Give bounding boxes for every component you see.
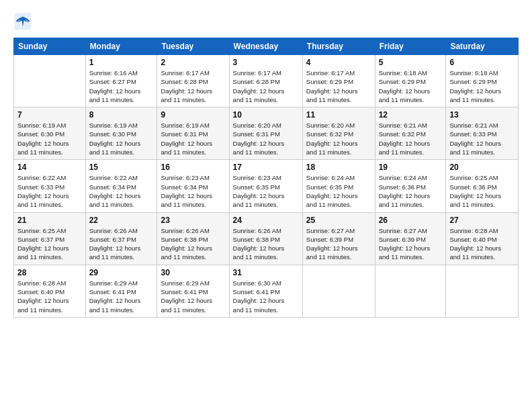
calendar-cell: 13Sunrise: 6:21 AM Sunset: 6:33 PM Dayli…: [446, 107, 519, 160]
week-row-3: 14Sunrise: 6:22 AM Sunset: 6:33 PM Dayli…: [14, 160, 519, 212]
day-number: 14: [17, 163, 82, 172]
calendar-cell: 5Sunrise: 6:18 AM Sunset: 6:29 PM Daylig…: [375, 55, 446, 107]
day-info: Sunrise: 6:18 AM Sunset: 6:29 PM Dayligh…: [449, 68, 515, 104]
header: [13, 12, 519, 31]
day-info: Sunrise: 6:17 AM Sunset: 6:28 PM Dayligh…: [161, 68, 225, 104]
day-info: Sunrise: 6:23 AM Sunset: 6:34 PM Dayligh…: [161, 173, 225, 209]
day-number: 18: [306, 163, 371, 172]
day-number: 1: [89, 58, 154, 67]
week-row-4: 21Sunrise: 6:25 AM Sunset: 6:37 PM Dayli…: [14, 212, 519, 265]
calendar-cell: 17Sunrise: 6:23 AM Sunset: 6:35 PM Dayli…: [229, 160, 302, 212]
calendar-cell: 9Sunrise: 6:19 AM Sunset: 6:31 PM Daylig…: [157, 107, 229, 160]
calendar-cell: 31Sunrise: 6:30 AM Sunset: 6:41 PM Dayli…: [229, 265, 302, 317]
day-number: 17: [233, 163, 299, 172]
calendar-cell: 7Sunrise: 6:19 AM Sunset: 6:30 PM Daylig…: [14, 107, 86, 160]
day-number: 6: [449, 58, 515, 67]
day-info: Sunrise: 6:22 AM Sunset: 6:34 PM Dayligh…: [89, 173, 154, 209]
calendar-cell: [302, 265, 375, 317]
day-number: 2: [161, 58, 225, 67]
day-info: Sunrise: 6:27 AM Sunset: 6:39 PM Dayligh…: [379, 226, 443, 262]
calendar-cell: 1Sunrise: 6:16 AM Sunset: 6:27 PM Daylig…: [85, 55, 157, 107]
header-day-monday: Monday: [85, 38, 157, 55]
day-info: Sunrise: 6:20 AM Sunset: 6:31 PM Dayligh…: [233, 121, 299, 156]
day-info: Sunrise: 6:16 AM Sunset: 6:27 PM Dayligh…: [89, 68, 154, 104]
header-day-friday: Friday: [375, 38, 446, 55]
day-number: 24: [233, 216, 299, 225]
day-info: Sunrise: 6:20 AM Sunset: 6:32 PM Dayligh…: [306, 121, 371, 156]
day-number: 4: [306, 58, 371, 67]
calendar-cell: 14Sunrise: 6:22 AM Sunset: 6:33 PM Dayli…: [14, 160, 86, 212]
day-number: 29: [89, 268, 154, 277]
day-info: Sunrise: 6:28 AM Sunset: 6:40 PM Dayligh…: [17, 279, 82, 314]
calendar-cell: 8Sunrise: 6:19 AM Sunset: 6:30 PM Daylig…: [85, 107, 157, 160]
calendar-cell: 19Sunrise: 6:24 AM Sunset: 6:36 PM Dayli…: [375, 160, 446, 212]
calendar-cell: 25Sunrise: 6:27 AM Sunset: 6:39 PM Dayli…: [302, 212, 375, 265]
day-info: Sunrise: 6:17 AM Sunset: 6:29 PM Dayligh…: [306, 68, 371, 104]
calendar-header-row: SundayMondayTuesdayWednesdayThursdayFrid…: [14, 38, 519, 55]
day-number: 21: [17, 216, 82, 225]
header-day-wednesday: Wednesday: [229, 38, 302, 55]
calendar-cell: 10Sunrise: 6:20 AM Sunset: 6:31 PM Dayli…: [229, 107, 302, 160]
day-number: 10: [233, 110, 299, 120]
logo: [13, 12, 36, 31]
calendar-cell: 12Sunrise: 6:21 AM Sunset: 6:32 PM Dayli…: [375, 107, 446, 160]
day-info: Sunrise: 6:29 AM Sunset: 6:41 PM Dayligh…: [89, 279, 154, 314]
header-day-thursday: Thursday: [302, 38, 375, 55]
header-day-tuesday: Tuesday: [157, 38, 229, 55]
calendar-cell: 29Sunrise: 6:29 AM Sunset: 6:41 PM Dayli…: [85, 265, 157, 317]
calendar-cell: 16Sunrise: 6:23 AM Sunset: 6:34 PM Dayli…: [157, 160, 229, 212]
day-info: Sunrise: 6:19 AM Sunset: 6:31 PM Dayligh…: [161, 121, 225, 156]
day-info: Sunrise: 6:23 AM Sunset: 6:35 PM Dayligh…: [233, 173, 299, 209]
day-number: 30: [161, 268, 225, 277]
calendar-table: SundayMondayTuesdayWednesdayThursdayFrid…: [13, 38, 519, 318]
calendar-cell: 24Sunrise: 6:26 AM Sunset: 6:38 PM Dayli…: [229, 212, 302, 265]
day-number: 31: [233, 268, 299, 277]
day-number: 20: [449, 163, 515, 172]
calendar-cell: 30Sunrise: 6:29 AM Sunset: 6:41 PM Dayli…: [157, 265, 229, 317]
calendar-cell: 4Sunrise: 6:17 AM Sunset: 6:29 PM Daylig…: [302, 55, 375, 107]
calendar-cell: [446, 265, 519, 317]
day-info: Sunrise: 6:19 AM Sunset: 6:30 PM Dayligh…: [89, 121, 154, 156]
day-info: Sunrise: 6:24 AM Sunset: 6:35 PM Dayligh…: [306, 173, 371, 209]
day-info: Sunrise: 6:28 AM Sunset: 6:40 PM Dayligh…: [449, 226, 515, 262]
day-info: Sunrise: 6:22 AM Sunset: 6:33 PM Dayligh…: [17, 173, 82, 209]
calendar-cell: 22Sunrise: 6:26 AM Sunset: 6:37 PM Dayli…: [85, 212, 157, 265]
calendar-cell: 20Sunrise: 6:25 AM Sunset: 6:36 PM Dayli…: [446, 160, 519, 212]
day-number: 28: [17, 268, 82, 277]
day-info: Sunrise: 6:24 AM Sunset: 6:36 PM Dayligh…: [379, 173, 443, 209]
day-number: 25: [306, 216, 371, 225]
day-number: 22: [89, 216, 154, 225]
calendar-cell: 23Sunrise: 6:26 AM Sunset: 6:38 PM Dayli…: [157, 212, 229, 265]
day-info: Sunrise: 6:27 AM Sunset: 6:39 PM Dayligh…: [306, 226, 371, 262]
week-row-1: 1Sunrise: 6:16 AM Sunset: 6:27 PM Daylig…: [14, 55, 519, 107]
day-info: Sunrise: 6:19 AM Sunset: 6:30 PM Dayligh…: [17, 121, 82, 156]
day-number: 5: [379, 58, 443, 67]
day-info: Sunrise: 6:26 AM Sunset: 6:37 PM Dayligh…: [89, 226, 154, 262]
calendar-cell: [375, 265, 446, 317]
day-info: Sunrise: 6:21 AM Sunset: 6:33 PM Dayligh…: [449, 121, 515, 156]
day-info: Sunrise: 6:30 AM Sunset: 6:41 PM Dayligh…: [233, 279, 299, 314]
day-number: 19: [379, 163, 443, 172]
day-number: 23: [161, 216, 225, 225]
calendar-cell: 2Sunrise: 6:17 AM Sunset: 6:28 PM Daylig…: [157, 55, 229, 107]
day-number: 13: [449, 110, 515, 120]
day-info: Sunrise: 6:26 AM Sunset: 6:38 PM Dayligh…: [233, 226, 299, 262]
day-info: Sunrise: 6:25 AM Sunset: 6:37 PM Dayligh…: [17, 226, 82, 262]
day-number: 26: [379, 216, 443, 225]
day-info: Sunrise: 6:18 AM Sunset: 6:29 PM Dayligh…: [379, 68, 443, 104]
week-row-5: 28Sunrise: 6:28 AM Sunset: 6:40 PM Dayli…: [14, 265, 519, 317]
day-info: Sunrise: 6:21 AM Sunset: 6:32 PM Dayligh…: [379, 121, 443, 156]
day-number: 15: [89, 163, 154, 172]
day-info: Sunrise: 6:17 AM Sunset: 6:28 PM Dayligh…: [233, 68, 299, 104]
calendar-cell: 3Sunrise: 6:17 AM Sunset: 6:28 PM Daylig…: [229, 55, 302, 107]
calendar-cell: 11Sunrise: 6:20 AM Sunset: 6:32 PM Dayli…: [302, 107, 375, 160]
calendar-cell: 26Sunrise: 6:27 AM Sunset: 6:39 PM Dayli…: [375, 212, 446, 265]
day-number: 8: [89, 110, 154, 120]
day-number: 3: [233, 58, 299, 67]
calendar-cell: 18Sunrise: 6:24 AM Sunset: 6:35 PM Dayli…: [302, 160, 375, 212]
calendar-cell: 15Sunrise: 6:22 AM Sunset: 6:34 PM Dayli…: [85, 160, 157, 212]
day-number: 12: [379, 110, 443, 120]
header-day-sunday: Sunday: [14, 38, 86, 55]
calendar-cell: 6Sunrise: 6:18 AM Sunset: 6:29 PM Daylig…: [446, 55, 519, 107]
day-number: 16: [161, 163, 225, 172]
